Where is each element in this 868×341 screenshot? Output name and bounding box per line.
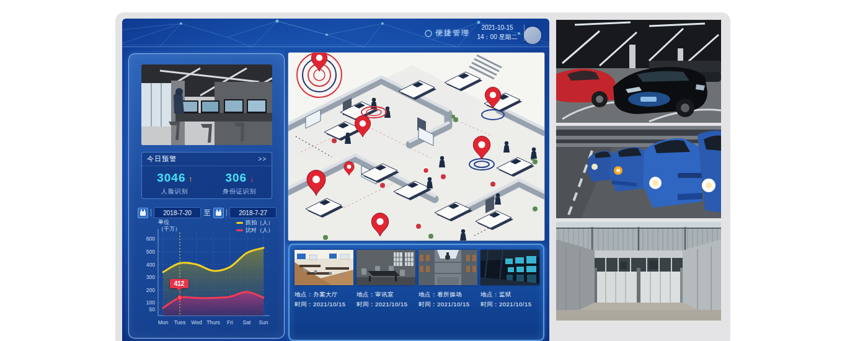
- header-time-weekday: 14：00 星期二: [476, 32, 519, 42]
- legend-swatch-icon: [236, 222, 243, 224]
- camera-location: 地点：看所操场: [418, 290, 477, 299]
- camera-item-prison[interactable]: 地点：监狱 时间：2021/10/15: [480, 250, 539, 309]
- camera-time: 时间：2021/10/15: [418, 299, 477, 309]
- camera-item-hall[interactable]: 地点：办案大厅 时间：2021/10/15: [294, 250, 353, 309]
- svg-text:Wed: Wed: [191, 319, 202, 326]
- camera-thumbnail[interactable]: [294, 250, 353, 285]
- camera-item-yard[interactable]: 地点：看所操场 时间：2021/10/15: [418, 250, 477, 309]
- svg-text:400: 400: [146, 262, 155, 268]
- line-chart-canvas: 60050040030020010050MonTuesWedThursFriSa…: [141, 219, 273, 333]
- camera-time: 时间：2021/10/15: [480, 299, 539, 309]
- screenshot-stage: 便捷管理 2021-10-15 14：00 星期二: [0, 0, 868, 341]
- svg-text:50: 50: [149, 306, 156, 312]
- control-room-photo: [141, 64, 272, 145]
- camera-time: 时间：2021/10/15: [356, 299, 415, 309]
- svg-text:Sat: Sat: [243, 319, 251, 326]
- chip-divider: [226, 209, 227, 216]
- camera-item-interrogation[interactable]: 地点：审讯室 时间：2021/10/15: [356, 250, 415, 309]
- svg-text:Sun: Sun: [259, 319, 268, 326]
- left-stats-panel: 今日预警 >> 3046 ↑ 人脸识别 306 ↓: [128, 53, 285, 339]
- svg-text:Fri: Fri: [227, 319, 233, 326]
- user-avatar[interactable]: [524, 27, 541, 44]
- date-end-value[interactable]: 2018-7-27: [229, 207, 277, 218]
- camera-location: 地点：办案大厅: [294, 290, 353, 299]
- svg-text:Thurs: Thurs: [206, 319, 220, 326]
- header-weekday: 星期二: [499, 33, 518, 40]
- chip-divider: [151, 209, 151, 216]
- stat-label: 人脸识别: [157, 187, 192, 196]
- svg-text:500: 500: [146, 249, 155, 255]
- svg-text:100: 100: [146, 299, 155, 306]
- chart-y-axis-title: 单位 （千万）: [158, 219, 180, 232]
- security-dashboard: 便捷管理 2021-10-15 14：00 星期二: [122, 19, 549, 341]
- camera-thumbnail[interactable]: [356, 250, 415, 285]
- calendar-icon: [138, 208, 148, 218]
- header-date: 2021-10-15: [476, 23, 519, 32]
- calendar-icon: [213, 208, 224, 218]
- header-time: 14：00: [477, 33, 497, 40]
- stat-value: 306: [225, 171, 247, 184]
- date-range-row: 2018-7-20 至 2018-7-27: [138, 206, 277, 219]
- app-logo-icon: [425, 30, 432, 37]
- svg-text:Tues: Tues: [174, 319, 186, 326]
- security-gate-photo: [556, 222, 721, 321]
- legend-swatch-icon: [236, 229, 243, 231]
- svg-text:200: 200: [146, 287, 155, 293]
- app-title-text: 便捷管理: [435, 28, 470, 38]
- stat-face-recognition: 3046 ↑ 人脸识别: [157, 171, 192, 196]
- camera-strip-panel: 地点：办案大厅 时间：2021/10/15: [288, 244, 544, 341]
- today-alert-card: 今日预警 >> 3046 ↑ 人脸识别 306 ↓: [141, 152, 272, 199]
- dashboard-header: 便捷管理 2021-10-15 14：00 星期二: [122, 19, 549, 47]
- stat-value: 3046: [157, 171, 185, 184]
- camera-location: 地点：监狱: [480, 290, 539, 299]
- svg-text:600: 600: [146, 236, 155, 242]
- stat-id-recognition: 306 ↓ 身份证识别: [223, 171, 257, 196]
- parking-garage-photo: [556, 20, 721, 123]
- date-start-value[interactable]: 2018-7-20: [154, 207, 201, 218]
- alert-more-button[interactable]: >>: [258, 156, 267, 162]
- date-range-separator: 至: [204, 208, 211, 218]
- header-datetime: 2021-10-15 14：00 星期二: [476, 23, 519, 42]
- alert-dot-icon: [423, 168, 429, 174]
- svg-text:300: 300: [146, 274, 155, 280]
- legend-item-compare: 比对（人）: [236, 226, 273, 234]
- svg-text:Mon: Mon: [158, 319, 169, 326]
- office-floor-map[interactable]: [288, 53, 544, 241]
- legend-item-capture: 抓拍（人）: [236, 219, 273, 226]
- trend-down-icon: ↓: [250, 174, 254, 184]
- camera-thumbnail[interactable]: [418, 250, 477, 285]
- trend-chart: 单位 （千万） 抓拍（人） 比对（人）: [138, 219, 277, 337]
- camera-thumbnail[interactable]: [480, 250, 539, 285]
- camera-location: 地点：审讯室: [356, 290, 415, 299]
- date-start-picker[interactable]: 2018-7-20: [138, 207, 201, 218]
- chart-legend: 抓拍（人） 比对（人）: [236, 219, 273, 234]
- car-queue-photo: [556, 126, 721, 218]
- trend-up-icon: ↑: [188, 174, 193, 184]
- camera-time: 时间：2021/10/15: [294, 299, 353, 309]
- date-end-picker[interactable]: 2018-7-27: [213, 207, 277, 218]
- app-title: 便捷管理: [425, 28, 470, 38]
- chart-tooltip: 412: [170, 279, 188, 288]
- alert-card-title: 今日预警: [147, 154, 177, 164]
- stat-label: 身份证识别: [223, 187, 257, 196]
